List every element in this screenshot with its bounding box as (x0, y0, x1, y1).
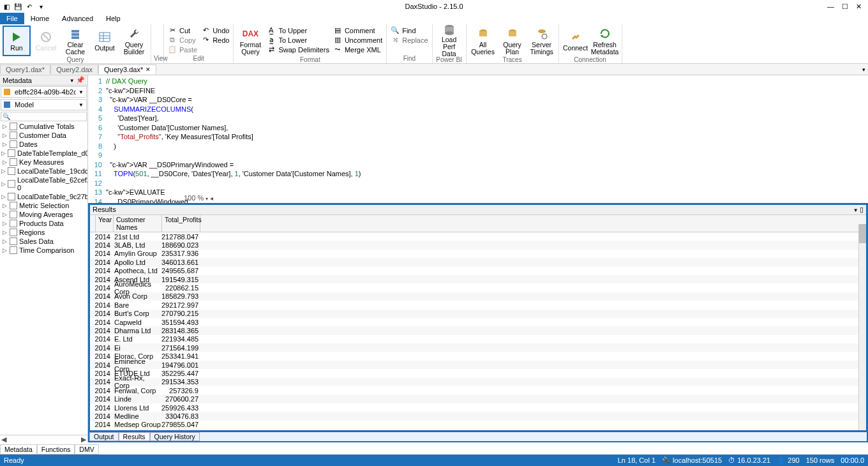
to-lower-button[interactable]: a̲To Lower (266, 35, 330, 45)
expand-icon[interactable]: ▷ (1, 181, 6, 187)
expand-icon[interactable]: ▷ (1, 247, 8, 253)
results-dropdown-icon[interactable]: ▼ (853, 207, 860, 213)
table-row[interactable]: 2014AuroMedics Corp220862.15 (90, 283, 866, 292)
expand-icon[interactable]: ▷ (1, 193, 6, 200)
table-row[interactable]: 2014Apotheca, Ltd249565.687 (90, 267, 866, 275)
output-button[interactable]: Output (91, 26, 119, 56)
table-row[interactable]: 2014Dharma Ltd283148.365 (90, 326, 866, 334)
close-button[interactable]: ✕ (856, 3, 862, 11)
table-row[interactable]: 2014ETUDE Ltd352295.447 (90, 369, 866, 377)
expand-icon[interactable]: ▷ (1, 132, 8, 139)
copy-button[interactable]: ⧉Copy (167, 35, 198, 45)
table-row[interactable]: 2014Capweld351594.493 (90, 318, 866, 326)
table-row[interactable]: 2014Apollo Ltd346013.661 (90, 258, 866, 266)
vertical-scrollbar[interactable] (858, 224, 866, 430)
scroll-left-icon[interactable]: ◀ (1, 435, 6, 442)
table-row[interactable]: 20143LAB, Ltd188690.023 (90, 241, 866, 249)
tab-history[interactable]: Query History (150, 432, 200, 441)
tree-item[interactable]: ▷Moving Averages (0, 210, 87, 219)
swap-delim-button[interactable]: ⇄Swap Delimiters (266, 45, 330, 54)
expand-icon[interactable]: ▷ (1, 159, 8, 165)
tab-home[interactable]: Home (24, 13, 56, 24)
table-row[interactable]: 2014Fenwal, Corp257326.9 (90, 386, 866, 395)
tree-item[interactable]: ▷Time Comparison (0, 246, 87, 255)
expand-icon[interactable]: ▷ (1, 123, 8, 130)
expand-icon[interactable]: ▷ (1, 202, 8, 209)
sbtab-functions[interactable]: Functions (37, 444, 75, 455)
search-input[interactable]: 🔍 (1, 112, 87, 121)
load-perf-button[interactable]: Load PerfData (435, 26, 463, 56)
code-editor[interactable]: 123456789101112131415161718 // DAX Query… (88, 75, 868, 203)
merge-xml-button[interactable]: ⤳Merge XML (332, 45, 384, 54)
format-query-button[interactable]: DAXFormatQuery (236, 26, 264, 56)
tab-overflow-icon[interactable]: ▾ (862, 66, 868, 73)
tree-item[interactable]: ▷Dates (0, 140, 87, 149)
tree-item[interactable]: ▷LocalDateTable_62cef255-0 (0, 176, 87, 192)
table-row[interactable]: 2014Medsep Group279855.047 (90, 421, 866, 429)
sbtab-dmv[interactable]: DMV (75, 444, 98, 455)
tree-item[interactable]: ▷DateTableTemplate_d095fb (0, 149, 87, 158)
sbtab-metadata[interactable]: Metadata (0, 444, 37, 455)
scroll-right-icon[interactable]: ▶ (81, 435, 86, 442)
tree-item[interactable]: ▷Cumulative Totals (0, 122, 87, 131)
expand-icon[interactable]: ▷ (1, 238, 8, 244)
query-builder-button[interactable]: QueryBuilder (120, 26, 148, 56)
table-row[interactable]: 2014Burt's Corp270790.215 (90, 310, 866, 318)
expand-icon[interactable]: ▷ (1, 211, 8, 218)
col-customer[interactable]: Customer Names (114, 215, 162, 232)
table-row[interactable]: 2014Avon Corp185829.793 (90, 292, 866, 301)
redo-button[interactable]: ↷Redo (200, 35, 230, 45)
expand-icon[interactable]: ▷ (1, 141, 8, 147)
uncomment-button[interactable]: ▥Uncomment (332, 35, 384, 45)
all-queries-button[interactable]: AllQueries (469, 26, 497, 56)
table-row[interactable]: 2014Eminence Corp194796.001 (90, 361, 866, 369)
save-icon[interactable]: 💾 (13, 1, 23, 11)
dropdown-icon[interactable]: ▼ (70, 78, 76, 84)
table-row[interactable]: 2014Exact-Rx, Corp291534.353 (90, 378, 866, 386)
cancel-button[interactable]: Cancel (32, 26, 60, 56)
table-row[interactable]: 2014Linde270600.27 (90, 395, 866, 403)
query-plan-button[interactable]: QueryPlan (498, 26, 527, 56)
refresh-button[interactable]: RefreshMetadata (591, 26, 619, 56)
undo-qat-icon[interactable]: ↶ (24, 1, 34, 11)
close-tab-icon[interactable]: ✕ (146, 66, 151, 73)
results-pin-icon[interactable]: ▯ (860, 206, 864, 213)
pin-icon[interactable]: 📌 (76, 76, 85, 84)
table-row[interactable]: 2014Ei271564.199 (90, 343, 866, 352)
expand-icon[interactable]: ▷ (1, 229, 8, 236)
connect-button[interactable]: Connect (562, 26, 590, 56)
expand-icon[interactable]: ▷ (1, 220, 8, 227)
run-button[interactable]: Run (3, 26, 31, 56)
col-year[interactable]: Year (96, 215, 114, 232)
tab-file[interactable]: File (0, 13, 24, 24)
table-row[interactable]: 201421st Ltd212788.047 (90, 232, 866, 241)
doc-tab[interactable]: Query2.dax (50, 64, 98, 74)
table-row[interactable]: 2014Mylan Corp186736.437 (90, 429, 866, 430)
server-timings-button[interactable]: ServerTimings (528, 26, 556, 56)
tree-item[interactable]: ▷Regions (0, 228, 87, 237)
undo-button[interactable]: ↶Undo (200, 26, 230, 35)
qat-dropdown-icon[interactable]: ▾ (36, 1, 46, 11)
tree-item[interactable]: ▷Metric Selection (0, 201, 87, 210)
tab-help[interactable]: Help (100, 13, 127, 24)
table-row[interactable]: 2014Amylin Group235317.936 (90, 250, 866, 258)
table-row[interactable]: 2014Ascend Ltd191549.315 (90, 275, 866, 283)
table-row[interactable]: 2014Medline330476.83 (90, 412, 866, 420)
expand-icon[interactable]: ▷ (1, 168, 6, 174)
maximize-button[interactable]: ☐ (842, 3, 848, 11)
comment-button[interactable]: ▤Comment (332, 26, 384, 35)
replace-button[interactable]: ⤭Replace (389, 35, 429, 45)
table-row[interactable]: 2014Llorens Ltd259926.433 (90, 403, 866, 412)
tree-item[interactable]: ▷LocalDateTable_19cdc2e1- (0, 167, 87, 176)
model-selector[interactable]: Model▼ (1, 99, 87, 110)
tab-advanced[interactable]: Advanced (56, 13, 100, 24)
table-row[interactable]: 2014Elorac, Corp253341.941 (90, 352, 866, 360)
tree-item[interactable]: ▷Sales Data (0, 237, 87, 246)
find-button[interactable]: 🔍Find (389, 26, 429, 35)
clear-cache-button[interactable]: ClearCache (61, 26, 89, 56)
tree-item[interactable]: ▷Key Measures (0, 158, 87, 167)
col-profits[interactable]: Total_Profits (162, 215, 200, 232)
doc-tab-active[interactable]: Query3.dax*✕ (98, 64, 156, 74)
results-grid[interactable]: Year Customer Names Total_Profits 201421… (90, 215, 866, 430)
tree-item[interactable]: ▷Products Data (0, 219, 87, 228)
